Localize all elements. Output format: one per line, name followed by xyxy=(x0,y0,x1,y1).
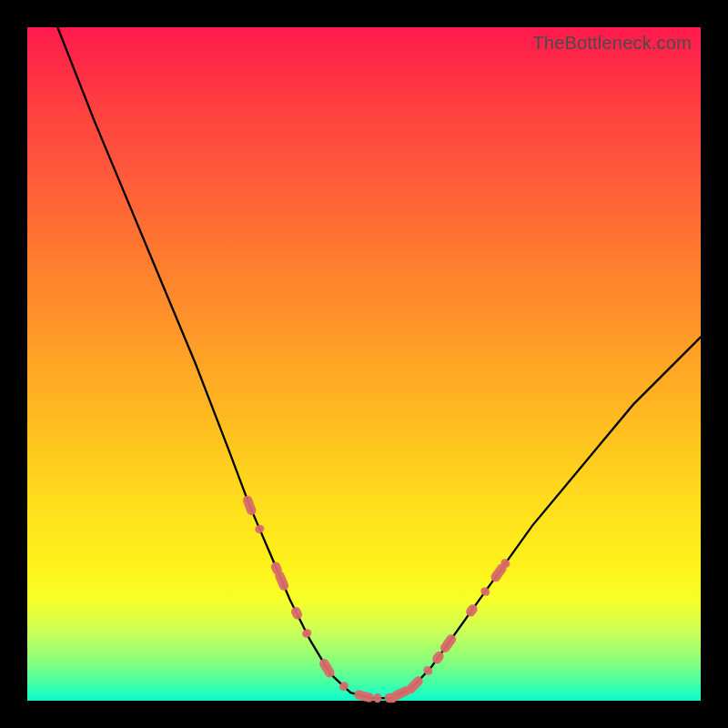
svg-rect-1 xyxy=(254,523,266,534)
curve-marker xyxy=(373,693,381,703)
bottleneck-curve xyxy=(57,27,701,698)
curve-marker xyxy=(464,602,480,618)
curve-marker xyxy=(241,494,257,516)
curve-marker xyxy=(289,605,304,621)
chart-svg xyxy=(27,27,701,701)
curve-marker xyxy=(254,523,266,534)
curve-marker xyxy=(479,585,491,597)
svg-rect-0 xyxy=(241,494,257,516)
svg-rect-3 xyxy=(274,570,290,592)
chart-frame: TheBottleneck.com xyxy=(0,0,728,728)
curve-marker xyxy=(353,689,375,703)
svg-rect-8 xyxy=(353,689,375,703)
curve-marker xyxy=(300,628,312,640)
svg-rect-5 xyxy=(300,628,312,640)
svg-rect-4 xyxy=(289,605,304,621)
svg-rect-15 xyxy=(439,632,458,654)
marker-layer xyxy=(241,494,511,703)
curve-marker xyxy=(439,632,458,654)
plot-area: TheBottleneck.com xyxy=(27,27,701,701)
curve-marker xyxy=(274,570,290,592)
svg-rect-16 xyxy=(464,602,480,618)
svg-rect-9 xyxy=(373,693,381,703)
svg-rect-17 xyxy=(479,585,491,597)
